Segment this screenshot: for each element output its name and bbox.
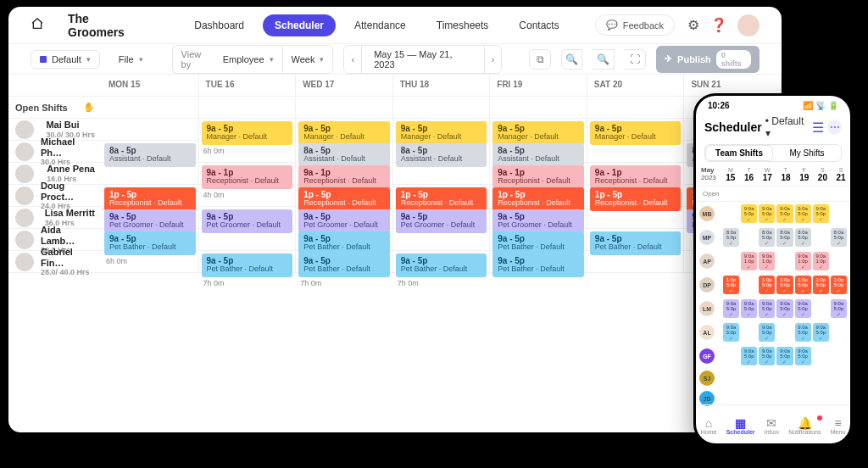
- mobile-shift[interactable]: 8:0a5:0p✓: [723, 228, 739, 247]
- fullscreen-icon[interactable]: ⛶: [625, 49, 646, 70]
- open-shift-cell[interactable]: [296, 97, 393, 119]
- mobile-avatar[interactable]: LM: [699, 301, 715, 316]
- mobile-avatar[interactable]: AL: [699, 325, 715, 340]
- schedule-cell[interactable]: 9a - 5pManager · Default6h 0m: [296, 119, 393, 141]
- nav-tab-attendance[interactable]: Attendance: [342, 14, 418, 36]
- mobile-shift[interactable]: 9:0a1:0p✓: [759, 252, 775, 270]
- mobile-shift[interactable]: 9:0a5:0p✓: [741, 347, 757, 365]
- mobile-shift[interactable]: 9:0a5:0p✓: [741, 299, 757, 318]
- mobile-shift[interactable]: 8:0a5:0p✓: [795, 228, 811, 247]
- open-shift-cell[interactable]: [490, 97, 587, 119]
- mobile-shift[interactable]: 9:0a5:0p✓: [813, 323, 829, 342]
- mobile-shift[interactable]: 9:0a5:0p✓: [831, 299, 847, 318]
- schedule-cell[interactable]: 9a - 5pPet Groomer · Default: [296, 207, 393, 229]
- publish-button[interactable]: ✈Publish0 shifts: [656, 46, 760, 73]
- mobile-shift[interactable]: 1:0p5:0p✓: [813, 276, 829, 294]
- mobile-day-header[interactable]: S20: [814, 167, 832, 182]
- zoom-out-icon[interactable]: 🔍: [561, 49, 582, 70]
- mobile-shift[interactable]: 8:0a5:0p✓: [776, 228, 793, 247]
- nav-tab-scheduler[interactable]: Scheduler: [263, 14, 336, 36]
- schedule-cell[interactable]: [199, 185, 297, 207]
- help-icon[interactable]: ❓: [712, 19, 726, 32]
- copy-icon[interactable]: ⧉: [529, 49, 550, 70]
- nav-tab-timesheets[interactable]: Timesheets: [425, 14, 501, 36]
- schedule-cell[interactable]: 9a - 5pManager · Default6h 0m: [199, 119, 297, 141]
- schedule-cell[interactable]: 9a - 1pReceptionist · Default4h 0m: [199, 163, 297, 185]
- schedule-cell[interactable]: 9a - 5pPet Bather · Default6h 0m: [490, 229, 587, 251]
- schedule-cell[interactable]: [587, 251, 685, 273]
- schedule-cell[interactable]: 9a - 5pPet Bather · Default6h 0m: [296, 229, 393, 251]
- mobile-shift[interactable]: 1:0p5:0p✓: [723, 276, 739, 294]
- mobile-shift[interactable]: 1:0p5:0p✓: [831, 276, 847, 294]
- mobile-day-header[interactable]: S21: [832, 167, 850, 182]
- employee-row-label[interactable]: Michael Ph…30.0 Hrs: [8, 141, 102, 163]
- gear-icon[interactable]: ⚙: [687, 19, 700, 32]
- mobile-avatar[interactable]: MB: [699, 206, 715, 221]
- schedule-cell[interactable]: 9a - 5pManager · Default6h 0m: [393, 119, 491, 141]
- mobile-shift[interactable]: 9:0a5:0p✓: [723, 299, 739, 318]
- date-prev[interactable]: ‹: [344, 51, 361, 68]
- employee-row-label[interactable]: Doug Proct…24.0 Hrs: [8, 185, 102, 207]
- nav-tab-dashboard[interactable]: Dashboard: [182, 14, 256, 36]
- mobile-shift[interactable]: 1:0p5:0p✓: [759, 276, 775, 294]
- mobile-shift[interactable]: 9:0a5:0p✓: [759, 299, 775, 318]
- schedule-cell[interactable]: 8a - 5pAssistant · Default: [490, 141, 587, 163]
- mobile-seg-1[interactable]: My Shifts: [773, 145, 841, 161]
- mobile-shift[interactable]: 1:0p5:0p✓: [795, 276, 811, 294]
- employee-row-label[interactable]: Gabriel Fin…28.0/ 40.0 Hrs: [8, 251, 102, 273]
- schedule-cell[interactable]: 9a - 5pPet Groomer · Default: [490, 207, 587, 229]
- shift-block[interactable]: 9a - 5pPet Bather · Default: [202, 254, 293, 277]
- mobile-tab-home[interactable]: ⌂Home: [701, 417, 717, 435]
- zoom-in-icon[interactable]: 🔍: [593, 49, 614, 70]
- open-shift-cell[interactable]: [587, 97, 685, 119]
- mobile-seg-0[interactable]: Team Shifts: [705, 145, 773, 161]
- mobile-shift[interactable]: 9:0a1:0p✓: [741, 252, 757, 270]
- view-by-select[interactable]: View by Employee▾: [172, 45, 282, 74]
- schedule-cell[interactable]: 9a - 5pPet Bather · Default: [587, 229, 685, 251]
- mobile-shift[interactable]: 9:0a5:0p✓: [795, 204, 811, 223]
- mobile-shift[interactable]: 9:0a5:0p✓: [776, 299, 793, 318]
- schedule-cell[interactable]: 1p - 5pReceptionist · Default4h 0m: [393, 185, 491, 207]
- mobile-avatar[interactable]: GF: [699, 348, 715, 364]
- mobile-tab-notifications[interactable]: 🔔Notifications: [788, 417, 821, 435]
- schedule-cell[interactable]: [587, 207, 685, 229]
- more-icon[interactable]: ⋯: [827, 120, 842, 135]
- schedule-cell[interactable]: 9a - 5pPet Bather · Default6h 0m: [102, 229, 199, 251]
- schedule-cell[interactable]: 9a - 5pManager · Default6h 0m: [490, 119, 587, 141]
- schedule-cell[interactable]: [102, 119, 199, 141]
- shift-block[interactable]: 9a - 5pPet Bather · Default: [492, 254, 584, 277]
- mobile-avatar[interactable]: MP: [699, 230, 715, 245]
- nav-tab-contacts[interactable]: Contacts: [507, 14, 570, 36]
- mobile-day-header[interactable]: W17: [758, 167, 776, 182]
- mobile-shift[interactable]: 1:0p5:0p✓: [776, 276, 793, 294]
- mobile-tab-scheduler[interactable]: ▦Scheduler: [726, 417, 755, 435]
- schedule-cell[interactable]: [199, 229, 297, 251]
- mobile-shift[interactable]: 9:0a5:0p✓: [795, 347, 811, 365]
- open-shift-cell[interactable]: [199, 97, 297, 119]
- shift-block[interactable]: 9a - 5pPet Bather · Default: [298, 254, 390, 277]
- schedule-cell[interactable]: 8a - 5pAssistant · Default: [296, 141, 393, 163]
- date-next[interactable]: ›: [485, 51, 502, 68]
- schedule-cell[interactable]: 9a - 1pReceptionist · Default4h 0m: [296, 163, 393, 185]
- schedule-cell[interactable]: [102, 163, 199, 185]
- feedback-button[interactable]: 💬Feedback: [595, 14, 675, 36]
- schedule-cell[interactable]: 1p - 5pReceptionist · Default: [587, 185, 685, 207]
- schedule-cell[interactable]: 9a - 5pPet Bather · Default7h 0m: [199, 251, 297, 273]
- mobile-day-header[interactable]: T16: [740, 167, 759, 182]
- filter-icon[interactable]: ☰: [812, 120, 824, 136]
- mobile-day-header[interactable]: M15: [721, 167, 740, 182]
- shift-block[interactable]: 9a - 5pPet Bather · Default: [396, 254, 487, 277]
- schedule-cell[interactable]: 1p - 5pReceptionist · Default4h 0m: [490, 185, 587, 207]
- mobile-shift[interactable]: 9:0a5:0p✓: [723, 323, 739, 342]
- mobile-avatar[interactable]: SJ: [699, 370, 715, 386]
- mobile-shift[interactable]: 9:0a1:0p✓: [813, 252, 829, 270]
- mobile-tab-inbox[interactable]: ✉Inbox: [765, 417, 779, 435]
- schedule-cell[interactable]: [393, 229, 491, 251]
- mobile-shift[interactable]: 9:0a5:0p✓: [795, 323, 811, 342]
- location-select[interactable]: Default▾: [31, 50, 100, 69]
- schedule-cell[interactable]: 9a - 5pManager · Default: [587, 119, 685, 141]
- user-avatar[interactable]: [737, 14, 760, 36]
- mobile-shift[interactable]: 8:0a5:0p✓: [759, 228, 775, 247]
- date-range-label[interactable]: May 15 — May 21, 2023: [361, 46, 485, 73]
- schedule-cell[interactable]: 9a - 5pPet Groomer · Default: [102, 207, 199, 229]
